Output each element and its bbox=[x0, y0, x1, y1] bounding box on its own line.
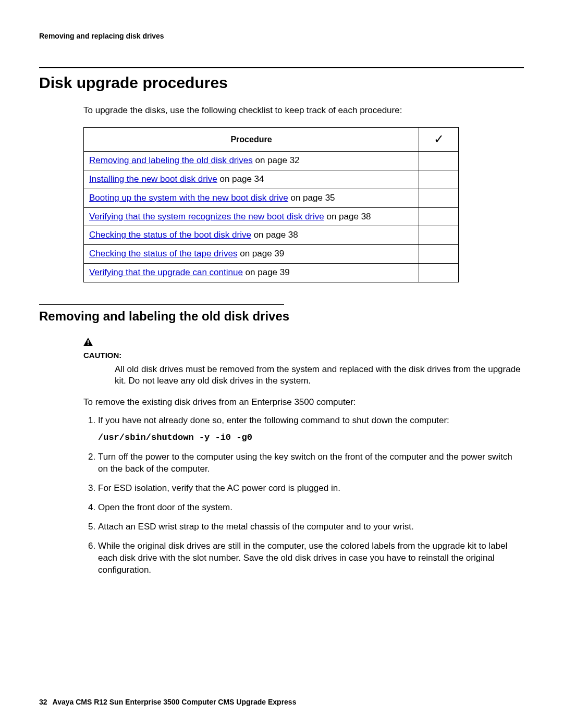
procedure-link[interactable]: Removing and labeling the old disk drive… bbox=[89, 155, 253, 165]
procedure-link[interactable]: Checking the status of the tape drives bbox=[89, 249, 237, 258]
caution-block: CAUTION: All old disk drives must be rem… bbox=[83, 337, 524, 388]
page-reference: on page 39 bbox=[237, 249, 284, 258]
table-row: Booting up the system with the new boot … bbox=[84, 189, 459, 207]
page-number: 32 bbox=[39, 698, 47, 706]
procedure-checklist-table: Procedure ✓ Removing and labeling the ol… bbox=[83, 127, 459, 282]
page-reference: on page 34 bbox=[217, 174, 264, 184]
page-title: Disk upgrade procedures bbox=[39, 72, 524, 94]
subsection-heading: Removing and labeling the old disk drive… bbox=[39, 308, 524, 325]
page-reference: on page 32 bbox=[253, 155, 300, 165]
check-cell bbox=[419, 170, 459, 189]
procedure-link[interactable]: Verifying that the upgrade can continue bbox=[89, 267, 243, 277]
page-reference: on page 38 bbox=[251, 230, 298, 240]
footer-doc-title: Avaya CMS R12 Sun Enterprise 3500 Comput… bbox=[53, 698, 297, 706]
column-header-procedure: Procedure bbox=[84, 128, 419, 151]
caution-text: All old disk drives must be removed from… bbox=[115, 364, 524, 388]
list-item: If you have not already done so, enter t… bbox=[98, 415, 524, 444]
warning-triangle-icon bbox=[83, 338, 93, 350]
svg-rect-1 bbox=[88, 340, 89, 343]
section-rule bbox=[39, 67, 524, 68]
table-row: Verifying that the upgrade can continue … bbox=[84, 264, 459, 282]
list-item: Open the front door of the system. bbox=[98, 502, 524, 514]
intro-paragraph: To upgrade the disks, use the following … bbox=[83, 105, 524, 117]
page-reference: on page 39 bbox=[243, 267, 290, 277]
check-cell bbox=[419, 264, 459, 282]
check-cell bbox=[419, 189, 459, 207]
check-cell bbox=[419, 245, 459, 264]
procedure-link[interactable]: Installing the new boot disk drive bbox=[89, 174, 217, 184]
svg-rect-2 bbox=[88, 343, 89, 344]
page-footer: 32Avaya CMS R12 Sun Enterprise 3500 Comp… bbox=[39, 697, 296, 707]
page-reference: on page 38 bbox=[324, 212, 371, 221]
procedure-link[interactable]: Checking the status of the boot disk dri… bbox=[89, 230, 251, 240]
step-text: If you have not already done so, enter t… bbox=[98, 415, 449, 425]
table-row: Checking the status of the boot disk dri… bbox=[84, 226, 459, 245]
check-cell bbox=[419, 151, 459, 170]
page-reference: on page 35 bbox=[288, 193, 335, 203]
list-item: Turn off the power to the computer using… bbox=[98, 451, 524, 475]
procedure-link[interactable]: Booting up the system with the new boot … bbox=[89, 193, 288, 203]
table-row: Checking the status of the tape drives o… bbox=[84, 245, 459, 264]
document-page: Removing and replacing disk drives Disk … bbox=[0, 0, 563, 728]
check-cell bbox=[419, 226, 459, 245]
caution-label: CAUTION: bbox=[83, 351, 121, 360]
table-row: Installing the new boot disk drive on pa… bbox=[84, 170, 459, 189]
table-row: Verifying that the system recognizes the… bbox=[84, 207, 459, 226]
running-header: Removing and replacing disk drives bbox=[39, 31, 524, 41]
subsection-rule bbox=[39, 304, 284, 305]
list-item: For ESD isolation, verify that the AC po… bbox=[98, 483, 524, 495]
procedure-link[interactable]: Verifying that the system recognizes the… bbox=[89, 212, 324, 221]
ordered-steps-list: If you have not already done so, enter t… bbox=[83, 415, 524, 576]
list-item: While the original disk drives are still… bbox=[98, 540, 524, 576]
column-header-checkmark: ✓ bbox=[419, 128, 459, 151]
list-item: Attach an ESD wrist strap to the metal c… bbox=[98, 521, 524, 533]
check-cell bbox=[419, 207, 459, 226]
shell-command: /usr/sbin/shutdown -y -i0 -g0 bbox=[98, 432, 524, 444]
lead-in-text: To remove the existing disk drives from … bbox=[83, 397, 524, 409]
table-row: Removing and labeling the old disk drive… bbox=[84, 151, 459, 170]
